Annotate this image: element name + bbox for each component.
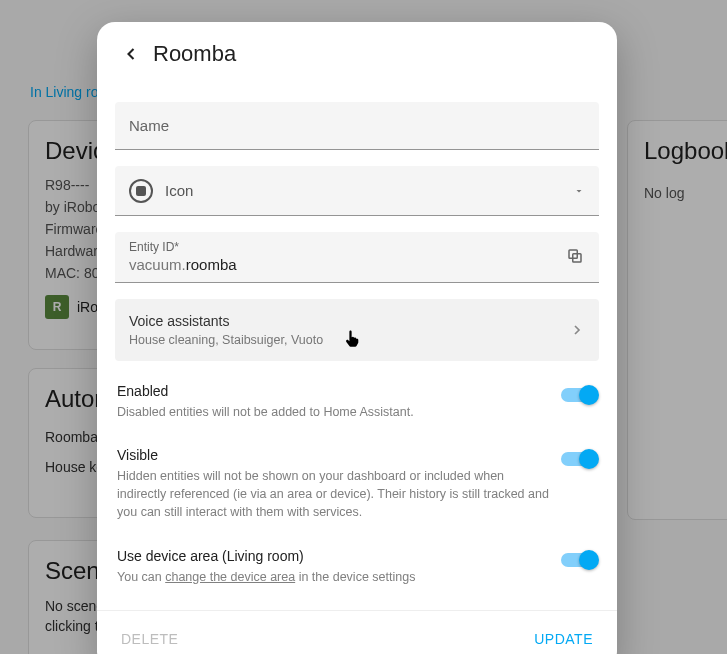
chevron-left-icon — [121, 44, 141, 64]
visible-toggle[interactable] — [561, 449, 597, 469]
voice-assistants-title: Voice assistants — [129, 313, 323, 329]
icon-label: Icon — [165, 182, 193, 199]
use-device-area-toggle[interactable] — [561, 550, 597, 570]
entity-icon-preview — [129, 179, 153, 203]
change-device-area-link[interactable]: change the device area — [165, 570, 295, 584]
entity-settings-dialog: Roomba Name Icon Entity ID* vacuum.roomb… — [97, 22, 617, 654]
entity-id-value[interactable]: vacuum.roomba — [129, 256, 585, 274]
voice-assistants-row[interactable]: Voice assistants House cleaning, Staibsu… — [115, 299, 599, 361]
hand-cursor-icon — [343, 327, 361, 349]
chevron-right-icon — [569, 322, 585, 338]
entity-id-label: Entity ID* — [129, 240, 585, 254]
name-field[interactable]: Name — [115, 102, 599, 150]
dialog-title: Roomba — [153, 41, 236, 67]
enabled-row: Enabled Disabled entities will not be ad… — [115, 371, 599, 425]
delete-button[interactable]: DELETE — [119, 627, 180, 651]
visible-desc: Hidden entities will not be shown on you… — [117, 467, 549, 521]
enabled-title: Enabled — [117, 383, 549, 399]
entity-id-field[interactable]: Entity ID* vacuum.roomba — [115, 232, 599, 283]
copy-entity-id-button[interactable] — [561, 242, 589, 270]
copy-icon — [566, 247, 584, 265]
enabled-toggle[interactable] — [561, 385, 597, 405]
enabled-desc: Disabled entities will not be added to H… — [117, 403, 549, 421]
dialog-header: Roomba — [97, 22, 617, 78]
update-button[interactable]: UPDATE — [532, 627, 595, 651]
dialog-actions: DELETE UPDATE — [97, 610, 617, 654]
use-device-area-row: Use device area (Living room) You can ch… — [115, 536, 599, 590]
back-button[interactable] — [117, 40, 145, 68]
use-device-area-desc: You can change the device area in the de… — [117, 568, 549, 586]
icon-field[interactable]: Icon — [115, 166, 599, 216]
use-device-area-title: Use device area (Living room) — [117, 548, 549, 564]
voice-assistants-subtitle: House cleaning, Staibsuiger, Vuoto — [129, 333, 323, 347]
visible-row: Visible Hidden entities will not be show… — [115, 435, 599, 525]
visible-title: Visible — [117, 447, 549, 463]
name-label: Name — [129, 117, 169, 134]
caret-down-icon — [573, 185, 585, 197]
